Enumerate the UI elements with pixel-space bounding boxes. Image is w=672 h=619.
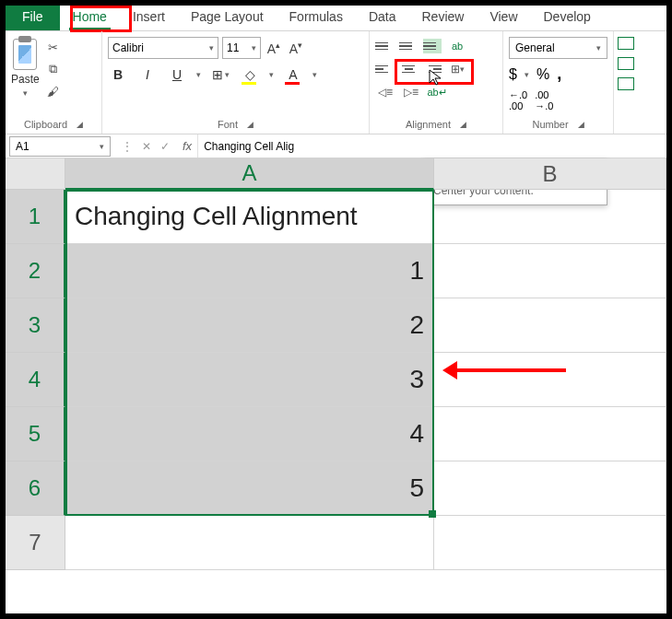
cell-b1[interactable] bbox=[434, 190, 666, 244]
row-header-1[interactable]: 1 bbox=[6, 190, 65, 244]
cell-b3[interactable] bbox=[434, 298, 666, 353]
row-header-4[interactable]: 4 bbox=[6, 353, 65, 407]
group-alignment: ab ⊞▾ ◁≡ ▷≡ ab↵ Alignment◢ bbox=[370, 31, 503, 134]
decrease-decimal-icon[interactable]: .00→.0 bbox=[535, 89, 553, 111]
bold-button[interactable]: B bbox=[108, 64, 128, 85]
group-alignment-label: Alignment bbox=[406, 119, 451, 130]
increase-font-icon[interactable]: A▴ bbox=[265, 41, 283, 56]
tab-insert[interactable]: Insert bbox=[120, 6, 178, 30]
align-middle-icon[interactable] bbox=[399, 39, 418, 53]
increase-decimal-icon[interactable]: ←.0.00 bbox=[509, 89, 527, 111]
increase-indent-icon[interactable]: ▷≡ bbox=[401, 83, 421, 101]
formula-bar: A1▾ ⋮ ✕ ✓ fx Changing Cell Alig bbox=[6, 134, 666, 158]
number-format-select[interactable]: General▾ bbox=[509, 37, 607, 59]
row-header-7[interactable]: 7 bbox=[6, 516, 65, 570]
select-all-corner[interactable] bbox=[6, 158, 65, 190]
orientation-icon[interactable]: ab bbox=[447, 37, 467, 55]
dialog-launcher-icon[interactable]: ◢ bbox=[247, 120, 253, 129]
cut-icon[interactable]: ✂ bbox=[45, 39, 62, 55]
tab-formulas[interactable]: Formulas bbox=[277, 6, 356, 30]
align-bottom-icon[interactable] bbox=[423, 39, 442, 53]
chevron-down-icon[interactable]: ▾ bbox=[312, 70, 317, 79]
cell-a6[interactable]: 5 bbox=[65, 461, 434, 516]
cell-styles-icon[interactable] bbox=[618, 77, 634, 90]
formula-input[interactable]: Changing Cell Alig bbox=[197, 134, 666, 158]
divider-icon: ⋮ bbox=[122, 140, 133, 153]
currency-icon[interactable]: $ bbox=[509, 66, 517, 83]
merge-icon[interactable]: ⊞▾ bbox=[447, 60, 467, 78]
cell-b2[interactable] bbox=[434, 244, 666, 298]
percent-icon[interactable]: % bbox=[536, 66, 549, 83]
tab-data[interactable]: Data bbox=[356, 6, 409, 30]
cell-b4[interactable] bbox=[434, 353, 666, 407]
group-clipboard-label: Clipboard bbox=[24, 119, 67, 130]
row-header-2[interactable]: 2 bbox=[6, 244, 65, 298]
font-size-select[interactable]: 11▾ bbox=[222, 37, 261, 59]
cell-b7[interactable] bbox=[434, 516, 666, 570]
col-header-b[interactable]: B bbox=[434, 158, 666, 190]
row-header-5[interactable]: 5 bbox=[6, 407, 65, 461]
copy-icon[interactable]: ⧉ bbox=[45, 61, 62, 77]
cancel-icon[interactable]: ✕ bbox=[142, 140, 151, 153]
font-name-value: Calibri bbox=[112, 41, 144, 54]
chevron-down-icon: ▾ bbox=[23, 88, 28, 98]
font-name-select[interactable]: Calibri▾ bbox=[108, 37, 218, 59]
cell-b5[interactable] bbox=[434, 407, 666, 461]
ribbon: Paste ▾ ✂ ⧉ 🖌 Clipboard◢ Calibri▾ 11▾ A▴… bbox=[6, 31, 666, 134]
tab-developer[interactable]: Develop bbox=[531, 6, 604, 30]
group-font: Calibri▾ 11▾ A▴ A▾ B I U ▾ ⊞▾ ◇ ▾ A ▾ Fo bbox=[102, 31, 370, 134]
align-right-icon[interactable] bbox=[423, 62, 442, 76]
fx-icon[interactable]: fx bbox=[177, 139, 197, 153]
dialog-launcher-icon[interactable]: ◢ bbox=[77, 120, 83, 129]
chevron-down-icon[interactable]: ▾ bbox=[269, 70, 274, 79]
comma-icon[interactable]: , bbox=[557, 64, 561, 84]
group-font-label: Font bbox=[218, 119, 238, 130]
tab-page-layout[interactable]: Page Layout bbox=[178, 6, 277, 30]
dialog-launcher-icon[interactable]: ◢ bbox=[460, 120, 466, 129]
group-number: General▾ $▾ % , ←.0.00 .00→.0 Number◢ bbox=[503, 31, 614, 134]
ribbon-tabstrip: File Home Insert Page Layout Formulas Da… bbox=[6, 6, 666, 31]
cell-a1[interactable]: Changing Cell Alignment bbox=[65, 190, 434, 244]
paste-label: Paste bbox=[11, 73, 40, 86]
wrap-text-icon[interactable]: ab↵ bbox=[427, 83, 447, 101]
paste-button[interactable]: Paste ▾ bbox=[11, 35, 40, 119]
cell-a7[interactable] bbox=[65, 516, 434, 570]
group-extras bbox=[614, 31, 638, 134]
conditional-formatting-icon[interactable] bbox=[618, 37, 634, 50]
decrease-font-icon[interactable]: A▾ bbox=[287, 41, 305, 56]
enter-icon[interactable]: ✓ bbox=[160, 140, 170, 153]
tab-home[interactable]: Home bbox=[60, 6, 120, 30]
row-header-3[interactable]: 3 bbox=[6, 298, 65, 353]
fill-color-button[interactable]: ◇ bbox=[240, 64, 260, 85]
format-table-icon[interactable] bbox=[618, 57, 634, 70]
cell-b6[interactable] bbox=[434, 461, 666, 516]
decrease-indent-icon[interactable]: ◁≡ bbox=[375, 83, 395, 101]
align-top-icon[interactable] bbox=[375, 39, 394, 53]
number-format-value: General bbox=[515, 41, 555, 54]
font-color-button[interactable]: A bbox=[283, 64, 303, 85]
tab-view[interactable]: View bbox=[477, 6, 530, 30]
cell-a3[interactable]: 2 bbox=[65, 298, 434, 353]
align-center-icon[interactable] bbox=[399, 62, 418, 76]
col-header-a[interactable]: A bbox=[65, 158, 434, 190]
group-number-label: Number bbox=[532, 119, 568, 130]
cell-a4[interactable]: 3 bbox=[65, 353, 434, 407]
annotation-arrow bbox=[455, 368, 566, 372]
font-size-value: 11 bbox=[227, 41, 239, 54]
tab-file[interactable]: File bbox=[6, 6, 60, 30]
paste-icon bbox=[13, 39, 37, 70]
name-box-value: A1 bbox=[16, 140, 29, 153]
borders-button[interactable]: ⊞▾ bbox=[210, 64, 230, 85]
spreadsheet-grid: 1 2 3 4 5 6 7 A B Changing Cell Alignmen… bbox=[6, 158, 666, 570]
cell-a5[interactable]: 4 bbox=[65, 407, 434, 461]
cell-a2[interactable]: 1 bbox=[65, 244, 434, 298]
name-box[interactable]: A1▾ bbox=[9, 136, 111, 157]
chevron-down-icon[interactable]: ▾ bbox=[196, 70, 201, 79]
tab-review[interactable]: Review bbox=[409, 6, 477, 30]
format-painter-icon[interactable]: 🖌 bbox=[45, 83, 62, 99]
underline-button[interactable]: U bbox=[167, 64, 187, 85]
row-header-6[interactable]: 6 bbox=[6, 461, 65, 516]
dialog-launcher-icon[interactable]: ◢ bbox=[578, 120, 584, 129]
italic-button[interactable]: I bbox=[137, 64, 158, 85]
align-left-icon[interactable] bbox=[375, 62, 394, 76]
